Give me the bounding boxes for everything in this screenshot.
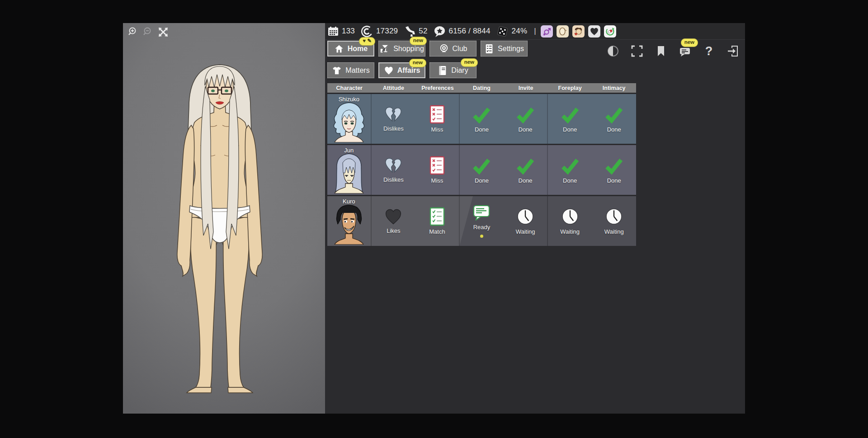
- viewer-controls: [127, 26, 169, 38]
- dating-cell[interactable]: Done: [460, 145, 504, 195]
- fullscreen-icon[interactable]: [631, 45, 643, 57]
- zoom-in-icon[interactable]: [127, 26, 139, 38]
- expand-icon[interactable]: [157, 26, 169, 38]
- contrast-icon[interactable]: [607, 45, 619, 57]
- tab-diary[interactable]: new Diary: [429, 62, 476, 78]
- preferences-cell[interactable]: Match: [415, 196, 460, 246]
- character-cell-shizuko[interactable]: Shizuko: [327, 94, 372, 144]
- dating-cell-ready[interactable]: Ready: [460, 196, 504, 246]
- invite-cell[interactable]: Done: [504, 94, 548, 144]
- refill-pill-icon[interactable]: [604, 25, 616, 38]
- face-outline-icon[interactable]: [557, 25, 569, 38]
- high-heel-icon: [404, 26, 415, 37]
- tab-settings[interactable]: Settings: [481, 41, 528, 57]
- heart-icon: [384, 66, 394, 75]
- header-dating: Dating: [460, 83, 504, 93]
- invite-cell[interactable]: Done: [504, 145, 548, 195]
- heels-value: 52: [419, 27, 427, 36]
- character-cell-jun[interactable]: Jun: [327, 145, 372, 195]
- preferences-cell[interactable]: Miss: [415, 145, 460, 195]
- header-attitude: Attitude: [372, 83, 416, 93]
- header-foreplay: Foreplay: [548, 83, 592, 93]
- nav-tabs-row-2: Matters new Affairs new Diary: [327, 62, 476, 78]
- messages-icon[interactable]: new: [679, 45, 691, 57]
- calendar-icon: [328, 26, 339, 36]
- black-heart-icon[interactable]: [588, 25, 600, 38]
- preferences-cell[interactable]: Miss: [415, 94, 460, 144]
- diary-new-badge: new: [461, 58, 478, 67]
- check-icon: [471, 156, 492, 175]
- intimacy-cell[interactable]: Done: [592, 145, 636, 195]
- broken-heart-icon: [384, 106, 403, 123]
- clock-icon: [516, 207, 535, 226]
- tab-home[interactable]: ♥ ✎ Home: [327, 41, 374, 57]
- preferences-label: Miss: [431, 126, 443, 133]
- zoom-out-icon[interactable]: [142, 26, 154, 38]
- home-badge: ♥ ✎: [359, 37, 375, 46]
- stat-percent: 24%: [496, 25, 528, 38]
- c-coin-icon: [361, 25, 373, 38]
- tab-club[interactable]: Club: [429, 41, 476, 57]
- intimacy-cell[interactable]: Waiting: [592, 196, 636, 246]
- foreplay-cell[interactable]: Waiting: [548, 196, 592, 246]
- bookmark-icon[interactable]: [655, 45, 667, 57]
- character-viewer-panel: [123, 23, 325, 414]
- tab-matters[interactable]: Matters: [327, 62, 374, 78]
- stats-bar: 133 17329 52 6156 / 8844 24% |: [325, 23, 745, 40]
- help-icon[interactable]: ?: [703, 45, 715, 57]
- days-value: 133: [342, 27, 355, 36]
- miss-checklist-icon: [429, 105, 445, 124]
- lover-face-icon[interactable]: [572, 25, 585, 38]
- ready-indicator-dot: [480, 235, 483, 238]
- character-cell-kuro[interactable]: Kuro: [327, 196, 372, 246]
- intimacy-cell[interactable]: Done: [592, 94, 636, 144]
- header-invite: Invite: [504, 83, 548, 93]
- percent-value: 24%: [512, 27, 528, 36]
- check-icon: [560, 156, 580, 175]
- check-icon: [515, 156, 536, 175]
- stat-money: 17329: [361, 25, 398, 38]
- help-glyph: ?: [705, 45, 713, 57]
- header-preferences: Preferences: [415, 83, 460, 93]
- tab-diary-label: Diary: [451, 66, 468, 75]
- tab-matters-label: Matters: [345, 66, 369, 75]
- exit-icon[interactable]: [727, 45, 739, 57]
- match-checklist-icon: [429, 207, 445, 226]
- preferences-label: Miss: [431, 177, 443, 184]
- attitude-label: Dislikes: [383, 125, 404, 132]
- check-icon: [604, 105, 624, 124]
- tab-shopping[interactable]: new Shopping: [378, 41, 425, 57]
- cocktail-icon: [380, 44, 390, 54]
- attitude-label: Dislikes: [383, 176, 404, 183]
- clock-icon: [604, 207, 623, 226]
- tab-settings-label: Settings: [498, 45, 524, 53]
- gender-symbol-icon[interactable]: [541, 25, 553, 38]
- tab-shopping-label: Shopping: [393, 45, 424, 53]
- attitude-label: Likes: [387, 227, 400, 234]
- stat-heels: 52: [404, 26, 427, 37]
- favor-value: 6156 / 8844: [449, 27, 491, 36]
- tab-affairs[interactable]: new Affairs: [378, 62, 425, 78]
- attitude-cell[interactable]: Dislikes: [372, 145, 416, 195]
- table-row-jun: Jun Disl: [327, 145, 636, 195]
- foreplay-cell[interactable]: Done: [548, 145, 592, 195]
- attitude-cell[interactable]: Likes: [372, 196, 416, 246]
- stat-days: 133: [328, 26, 355, 36]
- main-panel: 133 17329 52 6156 / 8844 24% |: [325, 23, 745, 414]
- tshirt-icon: [332, 66, 342, 75]
- messages-new-badge: new: [681, 38, 698, 47]
- attitude-cell[interactable]: Dislikes: [372, 94, 416, 144]
- affairs-table: Character Attitude Preferences Dating In…: [327, 83, 636, 246]
- dating-cell[interactable]: Done: [460, 94, 504, 144]
- foreplay-cell[interactable]: Done: [548, 94, 592, 144]
- broken-heart-icon: [384, 157, 403, 174]
- shopping-new-badge: new: [410, 37, 427, 45]
- check-icon: [560, 105, 580, 124]
- invite-cell[interactable]: Waiting: [504, 196, 548, 246]
- portrait-kuro: [330, 203, 368, 246]
- dice-icon: [496, 25, 509, 38]
- miss-checklist-icon: [429, 156, 445, 175]
- check-icon: [604, 156, 624, 175]
- dark-heart-icon: [384, 208, 403, 225]
- clock-icon: [561, 207, 580, 226]
